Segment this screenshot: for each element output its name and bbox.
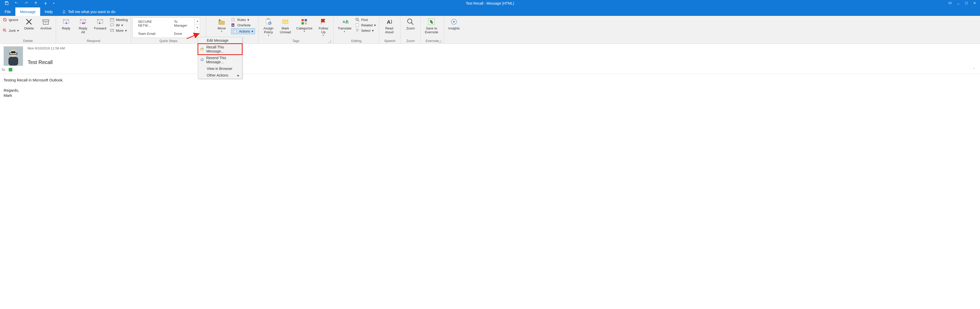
gallery-down-icon[interactable]: ▼	[195, 24, 200, 31]
archive-icon	[41, 18, 50, 26]
minimize-icon[interactable]	[956, 1, 960, 6]
find-button[interactable]: Find	[355, 18, 376, 22]
message-subject: Test Recall	[28, 59, 65, 65]
svg-text:N: N	[232, 24, 234, 27]
forward-button[interactable]: Forward	[91, 17, 109, 30]
menu-label: Recall This Message…	[206, 45, 240, 53]
menu-other-actions[interactable]: Other Actions ▶	[198, 72, 242, 79]
tags-launcher[interactable]	[328, 40, 331, 43]
menu-edit-message[interactable]: Edit Message	[198, 37, 242, 44]
assign-policy-label: Assign Policy	[264, 26, 274, 34]
tell-me-label: Tell me what you want to do	[68, 10, 115, 14]
read-aloud-button[interactable]: A Read Aloud	[381, 17, 398, 34]
archive-label: Archive	[40, 26, 51, 30]
categorize-label: Categorize	[296, 26, 312, 30]
svg-rect-0	[6, 2, 7, 3]
ribbon-tabs: File Message Help Tell me what you want …	[0, 6, 980, 16]
quick-step-item[interactable]: Done	[172, 32, 191, 36]
actions-menu: Edit Message Recall This Message… Resend…	[198, 37, 242, 79]
quick-step-item[interactable]: Team Email	[136, 32, 166, 36]
save-evernote-label: Save to Evernote	[425, 26, 438, 34]
related-button[interactable]: Related ▾	[355, 23, 376, 27]
ribbon-options-icon[interactable]	[948, 1, 952, 6]
reply-all-icon	[78, 18, 87, 26]
down-icon[interactable]	[43, 1, 48, 6]
quick-step-label: Team Email	[138, 32, 155, 36]
menu-resend-message[interactable]: Resend This Message…	[198, 54, 242, 65]
maximize-icon[interactable]	[965, 1, 968, 6]
actions-label: Actions	[239, 29, 250, 33]
meeting-button[interactable]: Meeting	[110, 18, 128, 22]
onenote-label: OneNote	[237, 23, 250, 27]
group-quick-steps-label: Quick Steps	[159, 39, 177, 43]
tab-file[interactable]: File	[0, 8, 15, 16]
group-editing-label: Editing	[335, 38, 378, 43]
insights-button[interactable]: Insights	[445, 17, 462, 30]
svg-rect-29	[356, 24, 358, 27]
reply-button[interactable]: Reply	[57, 17, 75, 30]
close-icon[interactable]	[973, 1, 977, 6]
follow-up-label: Follow Up	[318, 26, 328, 34]
translate-label: Translate	[338, 26, 352, 30]
svg-rect-19	[267, 19, 269, 20]
im-button[interactable]: IM ▾	[110, 23, 128, 27]
evernote-launcher[interactable]	[438, 40, 441, 43]
assign-policy-icon	[264, 18, 273, 26]
insights-icon	[450, 18, 458, 26]
select-button[interactable]: Select ▾	[355, 28, 376, 33]
im-label: IM	[116, 23, 119, 27]
svg-text:A: A	[387, 19, 391, 25]
junk-button[interactable]: Junk ▾	[3, 28, 19, 33]
reply-all-label: Reply All	[79, 26, 87, 34]
im-icon	[110, 23, 115, 27]
submenu-arrow-icon: ▶	[237, 74, 240, 77]
rules-button[interactable]: Rules ▾	[231, 18, 255, 22]
save-evernote-button[interactable]: Save to Evernote	[422, 17, 441, 34]
window-title: Test Recall - Message (HTML)	[0, 1, 980, 5]
tab-help[interactable]: Help	[40, 8, 57, 16]
meeting-label: Meeting	[116, 18, 128, 22]
mark-unread-button[interactable]: Mark Unread	[277, 17, 294, 34]
menu-recall-message[interactable]: Recall This Message…	[198, 44, 242, 54]
assign-policy-button[interactable]: Assign Policy▾	[260, 17, 277, 37]
undo-icon[interactable]	[14, 1, 18, 6]
tell-me[interactable]: Tell me what you want to do	[57, 8, 120, 16]
categorize-button[interactable]: Categorize▾	[294, 17, 315, 33]
menu-label: View in Browser	[207, 67, 232, 71]
svg-rect-2	[966, 2, 967, 4]
qat-customize-icon[interactable]: ▾	[53, 2, 54, 5]
reply-all-button[interactable]: Reply All	[75, 17, 91, 34]
read-aloud-label: Read Aloud	[385, 26, 393, 34]
delete-button[interactable]: Delete	[21, 17, 37, 30]
menu-view-browser[interactable]: View in Browser	[198, 65, 242, 72]
move-button[interactable]: Move ▾	[213, 17, 230, 33]
translate-button[interactable]: aあ Translate▾	[335, 17, 354, 33]
quick-step-item[interactable]: SECURE NETW…	[136, 20, 166, 27]
tab-message[interactable]: Message	[15, 8, 40, 16]
quick-steps-gallery[interactable]: SECURE NETW… Team Email To Manager Done	[132, 18, 200, 38]
save-icon[interactable]	[5, 1, 9, 6]
junk-label: Junk	[9, 29, 16, 32]
quick-step-item[interactable]: To Manager	[172, 20, 191, 27]
collapse-header-button[interactable]: ˆ	[973, 68, 977, 72]
move-label: Move	[218, 26, 226, 30]
archive-button[interactable]: Archive	[37, 17, 54, 30]
onenote-button[interactable]: N OneNote	[231, 23, 255, 27]
to-label: To	[2, 68, 5, 72]
blank-icon	[200, 67, 204, 71]
quick-access-toolbar: ▾	[0, 1, 54, 6]
gallery-up-icon[interactable]: ▲	[195, 18, 200, 24]
message-body: Testing Recall in Microsoft Outlook. Reg…	[0, 78, 401, 98]
respond-more-button[interactable]: More ▾	[110, 28, 128, 33]
svg-point-31	[407, 19, 412, 23]
follow-up-button[interactable]: Follow Up▾	[315, 17, 332, 37]
up-icon[interactable]	[34, 1, 38, 6]
related-label: Related	[361, 23, 373, 27]
group-respond-label: Respond	[57, 38, 129, 43]
redo-icon[interactable]	[24, 1, 28, 6]
zoom-icon	[406, 18, 415, 26]
zoom-button[interactable]: Zoom	[402, 17, 419, 30]
ribbon: Ignore Junk ▾ Delete Archive Delete	[0, 16, 980, 44]
actions-button[interactable]: Actions ▾	[231, 28, 255, 34]
ignore-button[interactable]: Ignore	[3, 18, 19, 22]
